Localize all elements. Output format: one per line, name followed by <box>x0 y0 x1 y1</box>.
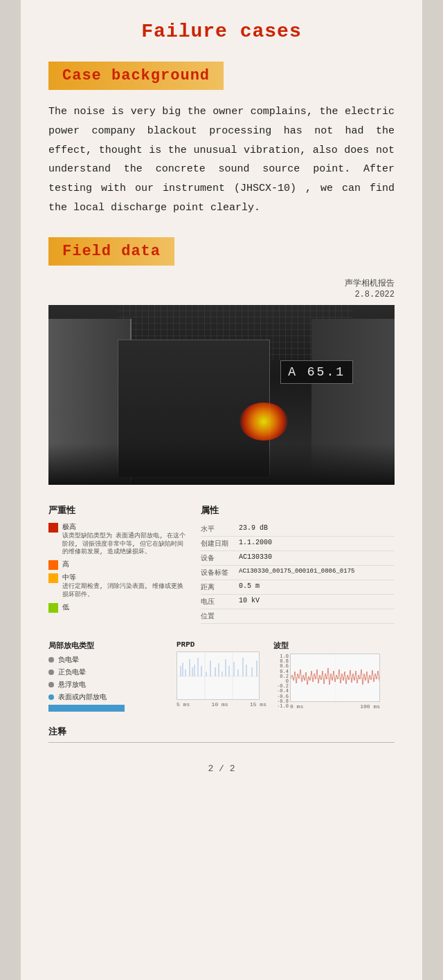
case-background-section: Case background The noise is very big th… <box>48 62 395 218</box>
page-title: Failure cases <box>48 21 395 42</box>
prop-row-voltage: 电压 10 kV <box>201 595 395 609</box>
notes-section: 注释 <box>48 725 395 743</box>
prpd-block: PRPD <box>177 640 266 708</box>
wave-chart <box>290 654 380 702</box>
severity-list: 极高 该类型缺陷类型为 表面通内部放电, 在这个阶段, 谐振强度非常中等, 但它… <box>48 522 187 612</box>
prpd-labels: 5 ms 10 ms 15 ms <box>177 701 266 708</box>
discharge-dot-1 <box>48 657 54 663</box>
prpd-chart <box>177 651 260 700</box>
severity-color-3 <box>48 573 58 583</box>
discharge-dot-3 <box>48 682 54 687</box>
discharge-item-2: 正负电晕 <box>48 667 170 677</box>
discharge-dot-4 <box>48 694 54 700</box>
severity-item-4: 低 <box>48 602 187 613</box>
field-image: A 65.1 <box>48 305 395 485</box>
field-data-header: Field data <box>48 237 174 266</box>
discharge-types: 局部放电类型 负电晕 正负电晕 悬浮放电 表面或内部放电 <box>48 640 170 712</box>
wave-title: 波型 <box>273 640 395 651</box>
severity-color-2 <box>48 560 58 570</box>
wave-block: 波型 1.0 0.8 0.6 0.4 0.2 0 -0.2 -0.4 -0.6 … <box>273 640 395 710</box>
prop-row-tag: 设备标签 AC130330_00175_000101_0806_0175 <box>201 566 395 580</box>
prop-row-distance: 距离 0.5 m <box>201 580 395 595</box>
prop-row-location: 位置 <box>201 609 395 624</box>
prop-row-device: 设备 AC130330 <box>201 551 395 566</box>
discharge-item-4: 表面或内部放电 <box>48 692 170 702</box>
heat-spot <box>239 403 288 441</box>
notes-title: 注释 <box>48 725 395 738</box>
field-data-section: Field data 声学相机报告 2.8.2022 A 65.1 <box>48 237 395 775</box>
severity-item-3: 中等 进行定期检查, 消除污染表面, 维修或更换损坏部件。 <box>48 573 187 599</box>
discharge-section: 局部放电类型 负电晕 正负电晕 悬浮放电 表面或内部放电 <box>48 640 395 712</box>
severity-item-2: 高 <box>48 560 187 570</box>
severity-color-1 <box>48 523 58 533</box>
discharge-dot-2 <box>48 669 54 675</box>
discharge-title: 局部放电类型 <box>48 640 170 651</box>
properties-title: 属性 <box>201 504 395 517</box>
wave-labels: 0 ms 100 ms <box>290 703 380 710</box>
properties-list: 水平 23.9 dB 创建日期 1.1.2000 设备 AC130330 设备标… <box>201 522 395 624</box>
report-meta: 声学相机报告 2.8.2022 <box>48 278 395 302</box>
severity-item-1: 极高 该类型缺陷类型为 表面通内部放电, 在这个阶段, 谐振强度非常中等, 但它… <box>48 522 187 557</box>
severity-title: 严重性 <box>48 504 187 517</box>
prop-row-date: 创建日期 1.1.2000 <box>201 537 395 551</box>
discharge-item-1: 负电晕 <box>48 655 170 665</box>
display-panel: A 65.1 <box>280 360 353 384</box>
discharge-item-3: 悬浮放电 <box>48 680 170 690</box>
properties-block: 属性 水平 23.9 dB 创建日期 1.1.2000 设备 AC130330 <box>201 504 395 624</box>
notes-divider <box>48 742 395 743</box>
case-background-header: Case background <box>48 62 224 90</box>
prop-row-level: 水平 23.9 dB <box>201 522 395 537</box>
severity-color-4 <box>48 603 58 613</box>
severity-block: 严重性 极高 该类型缺陷类型为 表面通内部放电, 在这个阶段, 谐振强度非常中等… <box>48 504 187 624</box>
data-section: 严重性 极高 该类型缺陷类型为 表面通内部放电, 在这个阶段, 谐振强度非常中等… <box>48 504 395 624</box>
case-background-body: The noise is very big the owner complain… <box>48 102 395 218</box>
prpd-title: PRPD <box>177 640 266 649</box>
page-number: 2 / 2 <box>48 764 395 774</box>
